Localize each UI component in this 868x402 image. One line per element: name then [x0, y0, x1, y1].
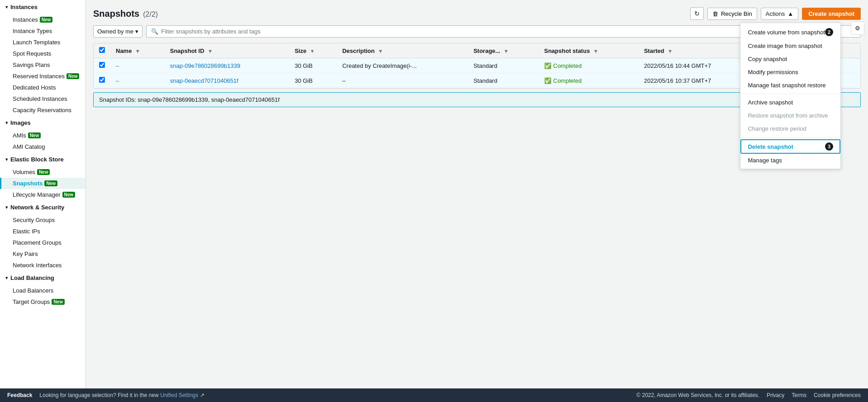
snapshot-count: (2/2) [143, 10, 158, 19]
sidebar-item-scheduled-instances[interactable]: Scheduled Instances [0, 93, 85, 104]
privacy-link[interactable]: Privacy [767, 392, 784, 398]
dropdown-item-label: Manage fast snapshot restore [748, 82, 825, 89]
sort-icon-size[interactable]: ▼ [310, 48, 315, 54]
sort-icon-storage[interactable]: ▼ [504, 48, 509, 54]
sidebar: ▾InstancesInstances NewInstance TypesLau… [0, 0, 86, 388]
unified-settings-link[interactable]: Unified Settings [160, 392, 198, 398]
dropdown-item-label: Change restore period [748, 125, 806, 132]
row-size: 30 GiB [289, 73, 337, 88]
sidebar-item-label: Load Balancers [13, 287, 53, 294]
feedback-link[interactable]: Feedback [7, 392, 32, 398]
recycle-bin-button[interactable]: 🗑 Recycle Bin [707, 8, 757, 20]
dropdown-item-manage-tags[interactable]: Manage tags [740, 154, 840, 167]
sidebar-section-load-balancing[interactable]: ▾Load Balancing [0, 271, 85, 285]
dropdown-item-label: Manage tags [748, 157, 782, 164]
sort-icon-name[interactable]: ▼ [135, 48, 140, 54]
footer-left: Feedback Looking for language selection?… [7, 392, 204, 398]
sidebar-item-network-interfaces[interactable]: Network Interfaces [0, 260, 85, 271]
refresh-button[interactable]: ↻ [690, 7, 704, 20]
badge-new: New [66, 73, 80, 79]
sidebar-section-elastic-block-store[interactable]: ▾Elastic Block Store [0, 152, 85, 166]
sidebar-item-label: Instances [13, 16, 38, 23]
dropdown-item-manage-fast-restore[interactable]: Manage fast snapshot restore [740, 79, 840, 92]
dropdown-item-copy-snapshot[interactable]: Copy snapshot [740, 52, 840, 66]
sidebar-item-amis[interactable]: AMIs New [0, 130, 85, 141]
chevron-icon: ▾ [5, 120, 8, 125]
status-completed-icon: ✅ [544, 62, 551, 69]
sidebar-item-label: Reserved Instances [13, 73, 65, 80]
sidebar-item-load-balancers[interactable]: Load Balancers [0, 285, 85, 296]
dropdown-divider [740, 137, 840, 137]
sidebar-item-label: Launch Templates [13, 39, 60, 46]
sidebar-item-elastic-ips[interactable]: Elastic IPs [0, 226, 85, 237]
page-header: Snapshots (2/2) ↻ 🗑 Recycle Bin Actions … [93, 7, 861, 20]
row-description: Created by CreateImage(i-... [337, 58, 468, 73]
select-all-checkbox[interactable] [99, 47, 105, 53]
sidebar-item-security-groups[interactable]: Security Groups [0, 214, 85, 226]
sidebar-item-snapshots[interactable]: Snapshots New [0, 178, 85, 189]
terms-link[interactable]: Terms [792, 392, 806, 398]
row-storage: Standard [468, 73, 539, 88]
sidebar-item-ami-catalog[interactable]: AMI Catalog [0, 141, 85, 152]
sidebar-item-label: Savings Plans [13, 61, 50, 68]
sort-icon-status[interactable]: ▼ [593, 48, 598, 54]
col-name: Name ▼ [110, 43, 165, 58]
dropdown-item-label: Create volume from snapshot [748, 29, 825, 36]
row-snapshot-id[interactable]: snap-09e786028699b1339 [165, 58, 289, 73]
row-checkbox[interactable] [99, 77, 105, 83]
sidebar-item-label: Network Interfaces [13, 262, 62, 269]
sidebar-item-instance-types[interactable]: Instance Types [0, 25, 85, 37]
dropdown-item-modify-permissions[interactable]: Modify permissions [740, 66, 840, 79]
sidebar-item-label: Scheduled Instances [13, 95, 67, 102]
sidebar-section-images[interactable]: ▾Images [0, 116, 85, 130]
cookie-preferences-link[interactable]: Cookie preferences [814, 392, 861, 398]
search-icon: 🔍 [151, 28, 158, 35]
sidebar-item-lifecycle-manager[interactable]: Lifecycle Manager New [0, 189, 85, 200]
create-snapshot-button[interactable]: Create snapshot [802, 8, 861, 20]
row-checkbox[interactable] [99, 62, 105, 68]
dropdown-item-delete-snapshot[interactable]: Delete snapshot3 [740, 139, 840, 154]
sidebar-section-instances[interactable]: ▾Instances [0, 0, 85, 14]
sidebar-item-reserved-instances[interactable]: Reserved Instances New [0, 71, 85, 82]
col-snapshot-id: Snapshot ID ▼ [165, 43, 289, 58]
footer: Feedback Looking for language selection?… [0, 388, 868, 402]
owned-by-select[interactable]: Owned by me ▾ [93, 25, 142, 38]
sidebar-item-placement-groups[interactable]: Placement Groups [0, 237, 85, 248]
sidebar-item-label: Lifecycle Manager [13, 191, 61, 198]
sidebar-item-spot-requests[interactable]: Spot Requests [0, 48, 85, 59]
sort-icon-started[interactable]: ▼ [668, 48, 673, 54]
sidebar-item-instances[interactable]: Instances New [0, 14, 85, 25]
recycle-bin-icon: 🗑 [712, 10, 718, 17]
dropdown-item-archive-snapshot[interactable]: Archive snapshot [740, 96, 840, 109]
dropdown-item-create-image[interactable]: Create image from snapshot [740, 39, 840, 52]
sidebar-item-capacity-reservations[interactable]: Capacity Reservations [0, 104, 85, 116]
sidebar-item-dedicated-hosts[interactable]: Dedicated Hosts [0, 82, 85, 93]
actions-button[interactable]: Actions ▲ [761, 8, 799, 20]
actions-dropdown: Create volume from snapshot2Create image… [740, 23, 841, 169]
sidebar-item-key-pairs[interactable]: Key Pairs [0, 248, 85, 260]
settings-icon[interactable]: ⚙ [851, 22, 864, 35]
select-all-header[interactable] [94, 43, 110, 58]
row-checkbox-cell[interactable] [94, 73, 110, 88]
row-checkbox-cell[interactable] [94, 58, 110, 73]
sidebar-item-target-groups[interactable]: Target Groups New [0, 296, 85, 307]
chevron-icon: ▾ [5, 157, 8, 162]
row-status: ✅ Completed [539, 73, 639, 88]
sidebar-item-savings-plans[interactable]: Savings Plans [0, 59, 85, 71]
chevron-icon: ▾ [5, 5, 8, 9]
sidebar-item-label: Key Pairs [13, 251, 38, 257]
sidebar-item-launch-templates[interactable]: Launch Templates [0, 37, 85, 48]
dropdown-item-create-volume[interactable]: Create volume from snapshot2 [740, 25, 840, 39]
sidebar-section-network-security[interactable]: ▾Network & Security [0, 200, 85, 214]
sidebar-item-label: Placement Groups [13, 239, 62, 246]
dropdown-item-label: Copy snapshot [748, 56, 787, 62]
row-snapshot-id[interactable]: snap-0eaecd7071040651f [165, 73, 289, 88]
sort-icon-id[interactable]: ▼ [208, 48, 213, 54]
dropdown-item-label: Delete snapshot [748, 143, 793, 150]
badge-new: New [37, 169, 50, 175]
sort-icon-desc[interactable]: ▼ [378, 48, 383, 54]
sidebar-item-volumes[interactable]: Volumes New [0, 166, 85, 178]
chevron-icon: ▾ [5, 275, 8, 280]
sidebar-item-label: AMI Catalog [13, 143, 45, 150]
badge-new: New [44, 180, 57, 186]
